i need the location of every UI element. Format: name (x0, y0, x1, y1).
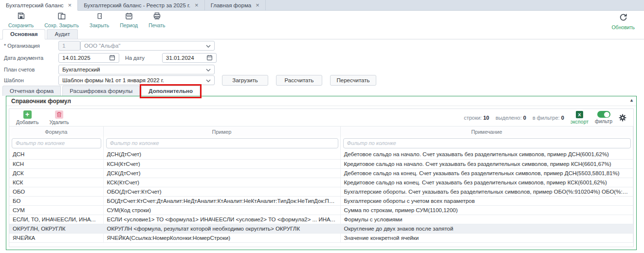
table-row[interactable]: ДСКДСК(ДтСчет)Дебетовое сальдо на конец.… (9, 168, 633, 178)
toggle-on-icon[interactable] (597, 111, 610, 118)
window-tab[interactable]: Главная форма× (205, 0, 266, 10)
report-tab-bar: Отчетная формаРасшифровка формулыДополни… (0, 85, 644, 96)
action-button-рассчитать[interactable]: Рассчитать (276, 75, 322, 86)
toolbar-button-label: Период (120, 22, 138, 28)
report-tab[interactable]: Расшифровка формулы (62, 86, 140, 96)
report-tab-label: Дополнительно (148, 88, 193, 94)
tab-audit[interactable]: Аудит (47, 29, 77, 39)
filter-cell (103, 137, 340, 150)
table-row[interactable]: ДСНДСН(ДтСчет)Дебетовое сальдо на начало… (9, 150, 633, 159)
tab-main[interactable]: Основная (2, 29, 45, 39)
table-header-row: ФормулаПримерПримечание (9, 126, 633, 137)
template-select[interactable]: Шаблон формы №1 от 1 января 2022 г. (58, 75, 215, 85)
doc-date-input[interactable]: 14.01.2025 (58, 53, 119, 63)
note-cell: Кредитовое сальдо на начало. Счет указыв… (340, 159, 633, 168)
template-label: Шаблон (4, 77, 58, 83)
doc-date-label: Дата документа (4, 55, 58, 61)
organization-code-field[interactable]: 1 (58, 41, 80, 51)
example-cell: СУМ(Код строки) (103, 205, 340, 215)
note-cell: Формулы с условиями (340, 215, 633, 224)
filter-cell (9, 137, 103, 150)
plan-label: План счетов (4, 67, 58, 72)
plan-select[interactable]: Бухгалтерский (58, 65, 215, 74)
rows-count: строки: 10 (464, 115, 489, 121)
print-button[interactable]: Печать (143, 11, 170, 29)
chevron-down-icon (206, 43, 211, 49)
calendar-icon[interactable] (206, 54, 213, 62)
example-cell: ЕСЛИ <условие1> ТО <формула1> ИНАЧЕЕСЛИ … (103, 215, 340, 224)
column-header[interactable]: Формула (9, 126, 103, 137)
formula-cell: КСК (9, 178, 103, 187)
organization-select[interactable]: ООО "Альфа" (80, 41, 215, 51)
table-row[interactable]: ОКРУГЛН, ОКРУГЛКОКРУГЛН <формула, резуль… (9, 224, 633, 233)
window-tab[interactable]: Бухгалтерский баланс× (0, 0, 78, 11)
note-cell: Округление до двух знаков после запятой (340, 224, 633, 233)
column-filter-input[interactable] (12, 138, 101, 148)
window-tab-label: Бухгалтерский баланс (6, 2, 64, 8)
form-tab-bar: ОсновнаяАудит (0, 29, 644, 39)
export-excel-button[interactable]: X экспорт (570, 111, 589, 125)
form-action-buttons: ЗагрузитьРассчитатьПересчитать (222, 75, 376, 86)
note-cell: Бухгалтерские обороты с учетом всех пара… (340, 196, 633, 205)
on-date-label: На дату (125, 55, 145, 61)
table-row[interactable]: БОБО(ДтСчет:КтСчет:ДтАналит:НеДтАналит:К… (9, 196, 633, 205)
refresh-icon (619, 13, 628, 24)
panel-header: Справочник формул ▴ (6, 96, 636, 106)
action-button-загрузить[interactable]: Загрузить (222, 75, 268, 86)
table-row[interactable]: СУМСУМ(Код строки)Сумма по строкам, прим… (9, 205, 633, 215)
column-filter-input[interactable] (343, 138, 631, 148)
period-button[interactable]: Период (114, 11, 143, 29)
print-icon (153, 12, 161, 22)
refresh-button[interactable]: Обновить (606, 12, 640, 31)
column-filter-input[interactable] (106, 138, 338, 148)
formula-grid: + Добавить Удалить строки: 10 выделено: … (9, 108, 634, 247)
delete-row-button[interactable]: Удалить (49, 110, 69, 125)
window-tab-label: Бухгалтерский баланс - Реестр за 2025 г. (84, 2, 190, 8)
note-cell: Кредитовое сальдо на конец. Счет указыва… (340, 178, 633, 187)
formula-cell: ДСК (9, 168, 103, 178)
save-close-icon (57, 12, 66, 22)
calendar-icon[interactable] (109, 54, 115, 62)
example-cell: ОБО(ДтСчет:КтСчет) (103, 187, 340, 196)
organization-label: * Организация (4, 43, 58, 49)
toolbar-button-label: Печать (148, 22, 165, 28)
window-tab[interactable]: Бухгалтерский баланс - Реестр за 2025 г.… (78, 0, 205, 10)
save-icon (17, 12, 25, 22)
table-row[interactable]: ЯЧЕЙКАЯЧЕЙКА(Ссылка:НомерКолонки:НомерСт… (9, 233, 633, 242)
tab-close-icon[interactable]: × (195, 2, 199, 8)
report-tab[interactable]: Дополнительно (141, 86, 200, 96)
action-button-пересчитать[interactable]: Пересчитать (330, 75, 376, 86)
tab-close-icon[interactable]: × (68, 2, 72, 8)
column-header[interactable]: Примечание (340, 126, 633, 137)
main-toolbar: СохранитьСохр. ЗакрытьЗакрытьПериодПечат… (0, 11, 644, 29)
save-close-button[interactable]: Сохр. Закрыть (39, 11, 84, 29)
trash-icon (55, 110, 63, 119)
save-button[interactable]: Сохранить (3, 11, 39, 29)
collapse-panel-icon[interactable]: ▴ (630, 97, 633, 103)
table-row[interactable]: ОБООБО(ДтСчет:КтСчет)Бухгалтерские оборо… (9, 187, 633, 196)
gear-icon[interactable] (619, 114, 626, 122)
report-tab-label: Расшифровка формулы (70, 88, 132, 94)
example-cell: КСН(КтСчет) (103, 159, 340, 168)
selected-count: выделено: 0 (496, 115, 526, 121)
formula-cell: СУМ (9, 205, 103, 215)
table-row[interactable]: ЕСЛИ, ТО, ИНАЧЕЕСЛИ, ИНАЧЕ, КОНЕЦЕСЛИ <у… (9, 215, 633, 224)
filter-toggle[interactable]: фильтр (595, 111, 612, 124)
window-tab-label: Главная форма (211, 2, 252, 8)
add-row-button[interactable]: + Добавить (16, 110, 38, 125)
report-tab[interactable]: Отчетная форма (2, 86, 61, 96)
note-cell: Сумма по строкам, пример СУМ(1100,1200) (340, 205, 633, 215)
formula-table: ФормулаПримерПримечание ДСНДСН(ДтСчет)Де… (9, 126, 633, 243)
close-button[interactable]: Закрыть (84, 11, 114, 29)
formula-cell: ЕСЛИ, ТО, ИНАЧЕЕСЛИ, ИНАЧЕ, КОНЕЦ (9, 215, 103, 224)
toolbar-button-label: Закрыть (90, 22, 109, 28)
column-header[interactable]: Пример (103, 126, 340, 137)
tab-close-icon[interactable]: × (256, 2, 259, 8)
table-filter-row (9, 137, 633, 150)
table-row[interactable]: КСНКСН(КтСчет)Кредитовое сальдо на начал… (9, 159, 633, 168)
on-date-input[interactable]: 31.01.2024 (162, 53, 217, 63)
filtered-count: в фильтре: 0 (533, 115, 564, 121)
table-row[interactable]: КСККСК(КтСчет)Кредитовое сальдо на конец… (9, 178, 633, 187)
excel-icon: X (576, 111, 583, 118)
window-tab-bar: Бухгалтерский баланс×Бухгалтерский балан… (0, 0, 644, 11)
